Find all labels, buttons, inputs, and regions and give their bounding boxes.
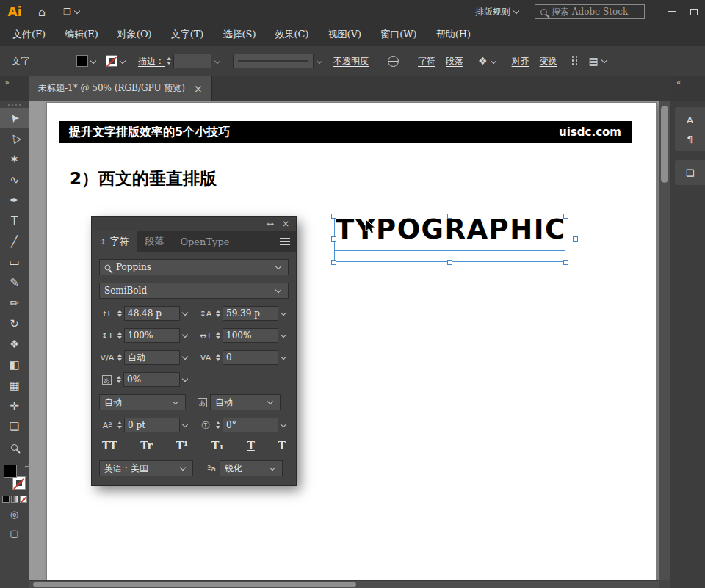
selection-handle[interactable]	[331, 260, 336, 265]
chevron-down-icon[interactable]	[281, 309, 286, 315]
tsume-stepper[interactable]	[117, 376, 121, 383]
selection-handle[interactable]	[331, 214, 336, 219]
chevron-down-icon[interactable]	[281, 353, 286, 359]
aki-left-dropdown[interactable]: 自动	[99, 394, 186, 410]
chevron-down-icon[interactable]	[601, 57, 607, 62]
menu-effect[interactable]: 效果(C)	[266, 23, 319, 46]
kerning-field[interactable]: 自动	[124, 350, 180, 365]
vertical-scale-field[interactable]: 100%	[124, 328, 180, 343]
horizontal-scale-field[interactable]: 100%	[223, 328, 278, 343]
vertical-scrollbar-thumb[interactable]	[661, 106, 668, 183]
color-mode-button[interactable]	[2, 496, 10, 503]
character-rotation-field[interactable]: 0°	[223, 418, 278, 432]
font-family-dropdown[interactable]: Poppins	[99, 259, 289, 275]
tab-opentype[interactable]: OpenType	[172, 231, 237, 252]
typesetting-options-icon[interactable]: ❖	[478, 55, 488, 67]
vertical-scale-stepper[interactable]	[118, 332, 122, 339]
chevron-down-icon[interactable]	[120, 58, 126, 64]
menu-file[interactable]: 文件(F)	[3, 23, 55, 46]
selection-handle[interactable]	[563, 260, 568, 265]
small-caps-button[interactable]: Tr	[140, 440, 153, 451]
tab-paragraph[interactable]: 段落	[137, 231, 172, 252]
restore-button[interactable]	[683, 0, 705, 23]
leading-stepper[interactable]	[216, 310, 220, 317]
selection-handle[interactable]	[331, 236, 336, 242]
tracking-stepper[interactable]	[216, 354, 220, 361]
gradient-mode-button[interactable]	[11, 496, 18, 503]
minimize-button[interactable]	[661, 0, 683, 23]
horizontal-scale-stepper[interactable]	[216, 332, 220, 339]
vertical-scrollbar[interactable]	[659, 101, 670, 580]
eyedropper-tool[interactable]: ✛	[0, 396, 29, 416]
none-mode-button[interactable]	[20, 496, 27, 503]
mesh-tool[interactable]: ▦	[0, 375, 29, 396]
font-style-dropdown[interactable]: SemiBold	[99, 283, 289, 299]
superscript-button[interactable]: T¹	[176, 440, 189, 451]
menu-window[interactable]: 窗口(W)	[371, 23, 427, 46]
chevron-down-icon[interactable]	[182, 309, 188, 315]
align-panel-link[interactable]: 对齐	[512, 55, 529, 68]
right-dock-header[interactable]: «	[670, 76, 705, 101]
drawing-modes-button[interactable]: ◎	[0, 506, 29, 522]
chevron-down-icon[interactable]	[317, 58, 322, 64]
kerning-stepper[interactable]	[118, 354, 122, 361]
all-caps-button[interactable]: TT	[102, 440, 117, 451]
character-rotation-stepper[interactable]	[216, 421, 220, 429]
tools-panel-header[interactable]: »	[0, 76, 29, 101]
paragraph-panel-link[interactable]: 段落	[446, 55, 463, 68]
strikethrough-button[interactable]: T	[278, 440, 286, 451]
character-panel-link[interactable]: 字符	[418, 55, 435, 68]
baseline-shift-stepper[interactable]	[118, 421, 122, 429]
direct-selection-tool[interactable]: ▷	[0, 128, 29, 149]
subscript-button[interactable]: T₁	[212, 440, 224, 451]
tracking-field[interactable]: 0	[223, 350, 278, 365]
menu-view[interactable]: 视图(V)	[319, 23, 372, 46]
artboards-panel-button[interactable]: ❏	[675, 163, 705, 182]
document-tab[interactable]: 未标题-1* @ 50% (RGB/GPU 预览) ×	[29, 76, 212, 101]
chevron-down-icon[interactable]	[182, 375, 188, 381]
selection-handle[interactable]	[573, 236, 578, 242]
aki-right-dropdown[interactable]: 自动	[210, 394, 281, 410]
language-dropdown[interactable]: 英语：美国	[99, 460, 193, 476]
tsume-field[interactable]: 0%	[123, 372, 180, 387]
artwork-banner[interactable]: 提升文字排版效率的5个小技巧 uisdc.com	[59, 121, 632, 143]
stock-search-input[interactable]: 搜索 Adobe Stock	[535, 4, 645, 19]
type-tool[interactable]: T	[0, 211, 29, 231]
chevron-down-icon[interactable]	[281, 421, 286, 427]
selection-tool[interactable]: ➤	[0, 108, 29, 128]
paintbrush-tool[interactable]: ✎	[0, 272, 29, 293]
anti-alias-dropdown[interactable]: 锐化	[220, 460, 283, 476]
stroke-weight-stepper[interactable]	[167, 57, 171, 65]
zoom-tool[interactable]	[0, 437, 29, 457]
collapse-panel-icon[interactable]: ↔	[267, 219, 274, 229]
stroke-profile-dropdown[interactable]	[233, 54, 314, 68]
stroke-link[interactable]: 描边：	[138, 55, 164, 68]
paragraph-styles-panel-button[interactable]: ¶	[675, 129, 705, 148]
arrange-documents-button[interactable]: ❒	[54, 0, 88, 23]
menu-edit[interactable]: 编辑(E)	[55, 23, 108, 46]
shaper-tool[interactable]: ❖	[0, 334, 29, 355]
fill-color-swatch[interactable]	[76, 55, 88, 67]
opacity-link[interactable]: 不透明度	[333, 55, 369, 68]
selection-handle[interactable]	[447, 214, 452, 219]
menu-help[interactable]: 帮助(H)	[427, 23, 480, 46]
lasso-tool[interactable]: ∿	[0, 170, 29, 190]
selection-handle[interactable]	[563, 214, 568, 219]
rotate-tool[interactable]: ↻	[0, 313, 29, 334]
artwork-heading[interactable]: 2）西文的垂直排版	[70, 167, 217, 190]
chevron-down-icon[interactable]	[90, 58, 96, 64]
control-panel-menu-icon[interactable]: ▤	[589, 55, 599, 67]
tab-character[interactable]: ↕ 字符	[92, 231, 137, 252]
chevron-down-icon[interactable]	[182, 331, 188, 337]
font-size-stepper[interactable]	[118, 310, 122, 317]
pencil-tool[interactable]: ✏	[0, 293, 29, 313]
panel-menu-button[interactable]	[274, 231, 296, 252]
line-segment-tool[interactable]: ╱	[0, 231, 29, 252]
close-tab-icon[interactable]: ×	[194, 83, 203, 95]
magic-wand-tool[interactable]: ✶	[0, 149, 29, 170]
chevron-down-icon[interactable]	[182, 421, 188, 427]
chevron-down-icon[interactable]	[214, 58, 220, 64]
rectangle-tool[interactable]: ▭	[0, 252, 29, 272]
selection-handle[interactable]	[447, 260, 452, 265]
home-button[interactable]: ⌂	[29, 0, 54, 23]
